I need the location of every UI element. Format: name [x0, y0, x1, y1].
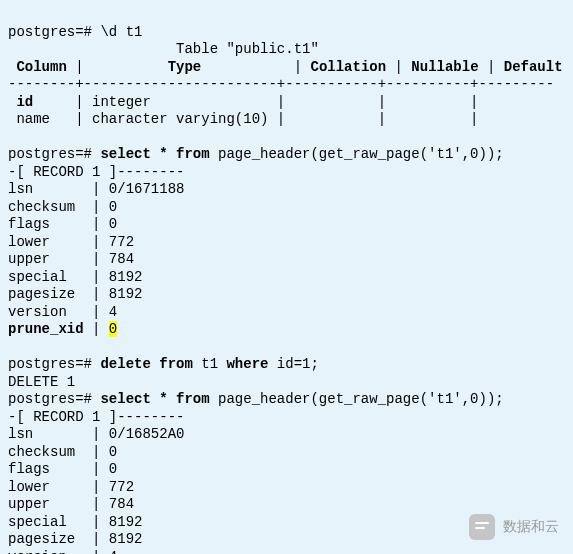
- field-value: 784: [109, 496, 134, 512]
- delete-result: DELETE 1: [8, 374, 75, 390]
- row-col: id: [16, 94, 33, 110]
- field-label: version: [8, 549, 67, 555]
- field-label: pagesize: [8, 531, 75, 547]
- cmd-delete-tbl: t1: [193, 356, 227, 372]
- terminal-output: postgres=# \d t1 Table "public.t1" Colum…: [8, 6, 565, 554]
- col-hdr-default: Default: [504, 59, 563, 75]
- field-label: upper: [8, 496, 50, 512]
- cmd-describe: \d t1: [100, 24, 142, 40]
- field-label: flags: [8, 216, 50, 232]
- col-hdr-column: Column: [16, 59, 66, 75]
- field-label: flags: [8, 461, 50, 477]
- field-value: 4: [109, 549, 117, 555]
- cmd-where-col: id: [268, 356, 293, 372]
- cmd-delete-kw: delete from: [100, 356, 192, 372]
- cmd-select-rest: page_header(get_raw_page('t1',0));: [210, 146, 504, 162]
- field-label: checksum: [8, 444, 75, 460]
- field-label: pagesize: [8, 286, 75, 302]
- wechat-icon: [469, 514, 495, 540]
- row-col: name: [16, 111, 50, 127]
- field-label: lower: [8, 479, 50, 495]
- cmd-eq: =: [294, 356, 302, 372]
- field-value-prune-hl: 0: [109, 321, 117, 337]
- field-value: 0/16852A0: [109, 426, 185, 442]
- field-value: 8192: [109, 286, 143, 302]
- table-title: Table "public.t1": [176, 41, 319, 57]
- cmd-where-kw: where: [226, 356, 268, 372]
- cmd-select-kw: select * from: [100, 391, 209, 407]
- field-value: 0: [109, 199, 117, 215]
- field-label: lsn: [8, 181, 33, 197]
- prompt: postgres=#: [8, 391, 92, 407]
- field-value: 8192: [109, 531, 143, 547]
- cmd-semi: ;: [311, 356, 319, 372]
- prompt: postgres=#: [8, 146, 92, 162]
- col-hdr-nullable: Nullable: [411, 59, 478, 75]
- field-value: 0: [109, 461, 117, 477]
- cmd-select-kw: select * from: [100, 146, 209, 162]
- field-label: special: [8, 514, 67, 530]
- cmd-select-rest: page_header(get_raw_page('t1',0));: [210, 391, 504, 407]
- field-value: 8192: [109, 514, 143, 530]
- field-value: 772: [109, 234, 134, 250]
- record-marker: -[ RECORD 1 ]--------: [8, 164, 184, 180]
- field-label: version: [8, 304, 67, 320]
- field-value: 4: [109, 304, 117, 320]
- field-value: 0/1671188: [109, 181, 185, 197]
- field-value: 0: [109, 216, 117, 232]
- watermark: 数据和云: [469, 514, 559, 540]
- field-value: 772: [109, 479, 134, 495]
- field-label: lower: [8, 234, 50, 250]
- field-label: checksum: [8, 199, 75, 215]
- col-hdr-type: Type: [168, 59, 202, 75]
- field-label: special: [8, 269, 67, 285]
- field-label-prune: prune_xid: [8, 321, 84, 337]
- record-marker: -[ RECORD 1 ]--------: [8, 409, 184, 425]
- field-value: 0: [109, 444, 117, 460]
- field-label: lsn: [8, 426, 33, 442]
- row-type: integer: [92, 94, 151, 110]
- row-type: character varying(10): [92, 111, 268, 127]
- prompt: postgres=#: [8, 24, 92, 40]
- prompt: postgres=#: [8, 356, 92, 372]
- watermark-text: 数据和云: [503, 518, 559, 536]
- field-label: upper: [8, 251, 50, 267]
- field-value: 8192: [109, 269, 143, 285]
- col-hdr-collation: Collation: [310, 59, 386, 75]
- field-value: 784: [109, 251, 134, 267]
- cmd-val: 1: [302, 356, 310, 372]
